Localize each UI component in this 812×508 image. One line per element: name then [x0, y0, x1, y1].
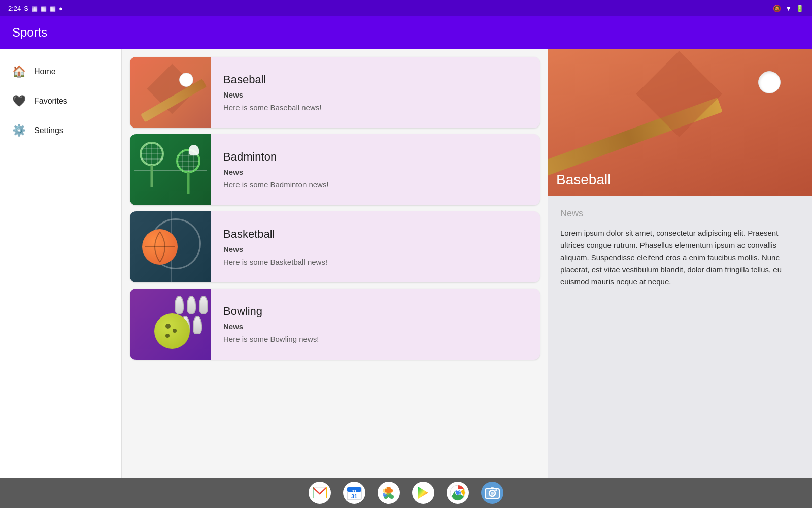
status-time: 2:24: [8, 5, 21, 12]
camera-icon: [485, 486, 500, 499]
basketball-desc: Here is some Basketball news!: [223, 258, 327, 266]
sidebar-item-home[interactable]: 🏠 Home: [0, 57, 121, 86]
detail-news-label: News: [560, 208, 800, 219]
photos-icon: [381, 485, 397, 501]
status-left: 2:24 S ▦ ▦ ▦ ●: [8, 5, 63, 12]
badminton-title: Badminton: [223, 150, 329, 164]
svg-point-32: [491, 492, 494, 495]
status-right: 🔕 ▼ 🔋: [773, 5, 804, 12]
sport-card-badminton[interactable]: Badminton News Here is some Badminton ne…: [130, 134, 540, 205]
basketball-image: [130, 211, 211, 282]
status-icon-grid3: ▦: [50, 5, 56, 12]
baseball-desc: Here is some Baseball news!: [223, 103, 321, 112]
badminton-desc: Here is some Badminton news!: [223, 180, 329, 189]
baseball-title: Baseball: [223, 73, 321, 86]
sidebar-label-favorites: Favorites: [34, 97, 67, 106]
basketball-title: Basketball: [223, 228, 327, 241]
baseball-news-label: News: [223, 90, 321, 99]
sport-card-bowling[interactable]: Bowling News Here is some Bowling news!: [130, 289, 540, 360]
app-bar: Sports: [0, 16, 812, 49]
sidebar-item-favorites[interactable]: 🖤 Favorites: [0, 86, 121, 116]
badminton-racket-svg-1: [134, 141, 170, 192]
svg-point-28: [456, 491, 460, 495]
sport-card-baseball[interactable]: Baseball News Here is some Baseball news…: [130, 57, 540, 128]
calendar-icon: 31 31: [347, 485, 362, 500]
sidebar-label-settings: Settings: [34, 126, 63, 135]
svg-marker-24: [418, 487, 428, 499]
bowling-content: Bowling News Here is some Bowling news!: [211, 289, 331, 360]
badminton-news-label: News: [223, 168, 329, 176]
sidebar-item-settings[interactable]: ⚙️ Settings: [0, 116, 121, 145]
status-battery-icon: 🔋: [796, 5, 804, 12]
badminton-image: [130, 134, 211, 205]
dock-gmail[interactable]: [309, 482, 331, 504]
bowling-title: Bowling: [223, 305, 319, 318]
bowling-image: [130, 289, 211, 360]
badminton-content: Badminton News Here is some Badminton ne…: [211, 134, 341, 205]
dock-calendar[interactable]: 31 31: [343, 482, 365, 504]
dock-chrome[interactable]: [447, 482, 469, 504]
basketball-news-label: News: [223, 245, 327, 253]
bowling-news-label: News: [223, 322, 319, 331]
status-icon-s: S: [24, 5, 28, 12]
dock-photos[interactable]: [378, 482, 400, 504]
svg-text:31: 31: [351, 493, 357, 499]
chrome-icon: [450, 485, 466, 501]
bowling-desc: Here is some Bowling news!: [223, 335, 319, 343]
status-icon-grid2: ▦: [41, 5, 47, 12]
baseball-image: [130, 57, 211, 128]
sports-list: Baseball News Here is some Baseball news…: [122, 49, 548, 478]
sidebar-label-home: Home: [34, 67, 56, 76]
badminton-racket-svg-2: [171, 148, 206, 199]
status-wifi-icon: ▼: [785, 5, 792, 12]
detail-content: News Lorem ipsum dolor sit amet, consect…: [548, 196, 812, 300]
status-icon-grid1: ▦: [31, 5, 38, 12]
gmail-icon: [313, 487, 327, 498]
status-bar: 2:24 S ▦ ▦ ▦ ● 🔕 ▼ 🔋: [0, 0, 812, 16]
detail-panel: Baseball News Lorem ipsum dolor sit amet…: [548, 49, 812, 478]
dock-camera[interactable]: [481, 482, 503, 504]
play-icon: [416, 485, 431, 500]
basketball-lines-svg: [142, 229, 178, 265]
dock-play[interactable]: [412, 482, 434, 504]
baseball-content: Baseball News Here is some Baseball news…: [211, 57, 333, 128]
status-mute-icon: 🔕: [773, 5, 781, 12]
settings-icon: ⚙️: [12, 124, 26, 137]
bottom-dock: 31 31: [0, 478, 812, 508]
svg-point-33: [495, 489, 497, 491]
home-icon: 🏠: [12, 65, 26, 78]
status-dot: ●: [59, 5, 63, 12]
detail-image: Baseball: [548, 49, 812, 196]
basketball-content: Basketball News Here is some Basketball …: [211, 211, 340, 282]
sport-card-basketball[interactable]: Basketball News Here is some Basketball …: [130, 211, 540, 282]
detail-sport-name: Baseball: [556, 172, 611, 188]
detail-body-text: Lorem ipsum dolor sit amet, consectetur …: [560, 227, 800, 288]
main-layout: 🏠 Home 🖤 Favorites ⚙️ Settings Baseball: [0, 49, 812, 478]
favorites-icon: 🖤: [12, 94, 26, 108]
app-title: Sports: [12, 25, 47, 40]
sidebar: 🏠 Home 🖤 Favorites ⚙️ Settings: [0, 49, 122, 478]
